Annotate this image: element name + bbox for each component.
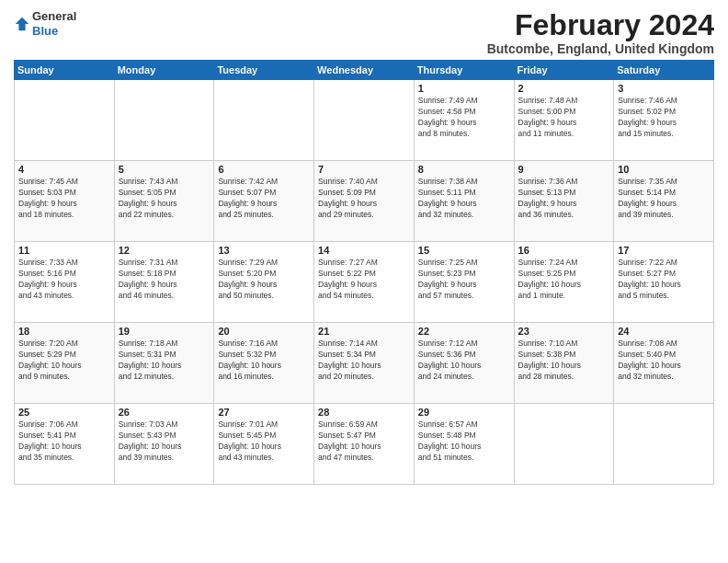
day-cell: 22Sunrise: 7:12 AM Sunset: 5:36 PM Dayli… [414,323,514,404]
day-info: Sunrise: 7:08 AM Sunset: 5:40 PM Dayligh… [618,339,710,383]
day-number: 21 [318,326,410,337]
weekday-header-monday: Monday [114,61,214,80]
day-number: 14 [318,245,410,256]
day-number: 18 [18,326,110,337]
day-cell: 24Sunrise: 7:08 AM Sunset: 5:40 PM Dayli… [614,323,714,404]
day-cell [514,404,614,485]
day-info: Sunrise: 7:10 AM Sunset: 5:38 PM Dayligh… [518,339,610,383]
day-number: 11 [18,245,110,256]
day-number: 4 [18,164,110,175]
day-info: Sunrise: 7:29 AM Sunset: 5:20 PM Dayligh… [218,258,310,302]
day-number: 12 [119,245,210,256]
day-info: Sunrise: 7:20 AM Sunset: 5:29 PM Dayligh… [18,339,110,383]
logo-general: General [32,9,76,23]
day-cell [214,80,314,161]
day-cell: 7Sunrise: 7:40 AM Sunset: 5:09 PM Daylig… [314,161,415,242]
day-cell [314,80,415,161]
day-info: Sunrise: 7:24 AM Sunset: 5:25 PM Dayligh… [518,258,610,302]
month-title: February 2024 [487,9,714,41]
day-number: 9 [518,164,610,175]
day-number: 16 [518,245,610,256]
day-info: Sunrise: 7:36 AM Sunset: 5:13 PM Dayligh… [518,177,610,221]
week-row-4: 25Sunrise: 7:06 AM Sunset: 5:41 PM Dayli… [15,404,714,485]
day-number: 7 [318,164,410,175]
day-info: Sunrise: 6:57 AM Sunset: 5:48 PM Dayligh… [418,419,510,464]
day-info: Sunrise: 7:42 AM Sunset: 5:07 PM Dayligh… [218,177,310,221]
day-info: Sunrise: 7:40 AM Sunset: 5:09 PM Dayligh… [318,177,410,221]
week-row-0: 1Sunrise: 7:49 AM Sunset: 4:58 PM Daylig… [15,80,714,161]
day-number: 1 [418,83,510,94]
day-number: 26 [119,407,210,418]
day-number: 19 [119,326,210,337]
day-number: 25 [18,407,110,418]
day-info: Sunrise: 7:46 AM Sunset: 5:02 PM Dayligh… [618,96,710,140]
day-cell: 11Sunrise: 7:33 AM Sunset: 5:16 PM Dayli… [15,242,115,323]
day-number: 3 [618,83,710,94]
weekday-header-saturday: Saturday [614,61,714,80]
calendar-table: SundayMondayTuesdayWednesdayThursdayFrid… [14,60,714,485]
day-cell: 1Sunrise: 7:49 AM Sunset: 4:58 PM Daylig… [414,80,514,161]
day-cell [114,80,214,161]
day-cell: 21Sunrise: 7:14 AM Sunset: 5:34 PM Dayli… [314,323,415,404]
day-cell: 9Sunrise: 7:36 AM Sunset: 5:13 PM Daylig… [514,161,614,242]
day-cell: 14Sunrise: 7:27 AM Sunset: 5:22 PM Dayli… [314,242,415,323]
day-info: Sunrise: 7:03 AM Sunset: 5:43 PM Dayligh… [119,419,210,464]
day-number: 8 [418,164,510,175]
day-cell: 12Sunrise: 7:31 AM Sunset: 5:18 PM Dayli… [114,242,214,323]
day-cell: 28Sunrise: 6:59 AM Sunset: 5:47 PM Dayli… [314,404,415,485]
day-info: Sunrise: 7:35 AM Sunset: 5:14 PM Dayligh… [618,177,710,221]
day-number: 5 [119,164,210,175]
day-number: 13 [218,245,310,256]
day-cell: 20Sunrise: 7:16 AM Sunset: 5:32 PM Dayli… [214,323,314,404]
day-cell [614,404,714,485]
weekday-header-row: SundayMondayTuesdayWednesdayThursdayFrid… [15,61,714,80]
header-row: General Blue February 2024 Butcombe, Eng… [14,9,714,56]
day-info: Sunrise: 7:18 AM Sunset: 5:31 PM Dayligh… [119,339,210,383]
day-cell: 10Sunrise: 7:35 AM Sunset: 5:14 PM Dayli… [614,161,714,242]
day-info: Sunrise: 7:06 AM Sunset: 5:41 PM Dayligh… [18,419,110,464]
day-cell: 17Sunrise: 7:22 AM Sunset: 5:27 PM Dayli… [614,242,714,323]
day-info: Sunrise: 7:49 AM Sunset: 4:58 PM Dayligh… [418,96,510,140]
day-number: 10 [618,164,710,175]
day-info: Sunrise: 6:59 AM Sunset: 5:47 PM Dayligh… [318,419,410,464]
logo-blue: Blue [32,24,58,38]
day-number: 23 [518,326,610,337]
weekday-header-friday: Friday [514,61,614,80]
day-cell: 16Sunrise: 7:24 AM Sunset: 5:25 PM Dayli… [514,242,614,323]
day-cell [15,80,115,161]
day-cell: 5Sunrise: 7:43 AM Sunset: 5:05 PM Daylig… [114,161,214,242]
day-info: Sunrise: 7:16 AM Sunset: 5:32 PM Dayligh… [218,339,310,383]
day-cell: 29Sunrise: 6:57 AM Sunset: 5:48 PM Dayli… [414,404,514,485]
day-info: Sunrise: 7:31 AM Sunset: 5:18 PM Dayligh… [119,258,210,302]
weekday-header-tuesday: Tuesday [214,61,314,80]
day-info: Sunrise: 7:43 AM Sunset: 5:05 PM Dayligh… [119,177,210,221]
day-info: Sunrise: 7:48 AM Sunset: 5:00 PM Dayligh… [518,96,610,140]
day-cell: 18Sunrise: 7:20 AM Sunset: 5:29 PM Dayli… [15,323,115,404]
day-number: 17 [618,245,710,256]
day-number: 28 [318,407,410,418]
day-number: 22 [418,326,510,337]
svg-marker-0 [16,17,28,29]
day-number: 6 [218,164,310,175]
day-cell: 25Sunrise: 7:06 AM Sunset: 5:41 PM Dayli… [15,404,115,485]
weekday-header-thursday: Thursday [414,61,514,80]
weekday-header-sunday: Sunday [15,61,115,80]
day-cell: 6Sunrise: 7:42 AM Sunset: 5:07 PM Daylig… [214,161,314,242]
day-cell: 4Sunrise: 7:45 AM Sunset: 5:03 PM Daylig… [15,161,115,242]
day-info: Sunrise: 7:22 AM Sunset: 5:27 PM Dayligh… [618,258,710,302]
day-info: Sunrise: 7:45 AM Sunset: 5:03 PM Dayligh… [18,177,110,221]
logo-icon [14,16,30,32]
day-cell: 26Sunrise: 7:03 AM Sunset: 5:43 PM Dayli… [114,404,214,485]
day-cell: 3Sunrise: 7:46 AM Sunset: 5:02 PM Daylig… [614,80,714,161]
day-cell: 19Sunrise: 7:18 AM Sunset: 5:31 PM Dayli… [114,323,214,404]
day-cell: 13Sunrise: 7:29 AM Sunset: 5:20 PM Dayli… [214,242,314,323]
weekday-header-wednesday: Wednesday [314,61,415,80]
day-info: Sunrise: 7:25 AM Sunset: 5:23 PM Dayligh… [418,258,510,302]
day-number: 24 [618,326,710,337]
day-number: 15 [418,245,510,256]
logo: General Blue [14,9,76,38]
logo-text: General Blue [32,9,76,38]
day-info: Sunrise: 7:27 AM Sunset: 5:22 PM Dayligh… [318,258,410,302]
title-block: February 2024 Butcombe, England, United … [487,9,714,56]
day-cell: 15Sunrise: 7:25 AM Sunset: 5:23 PM Dayli… [414,242,514,323]
